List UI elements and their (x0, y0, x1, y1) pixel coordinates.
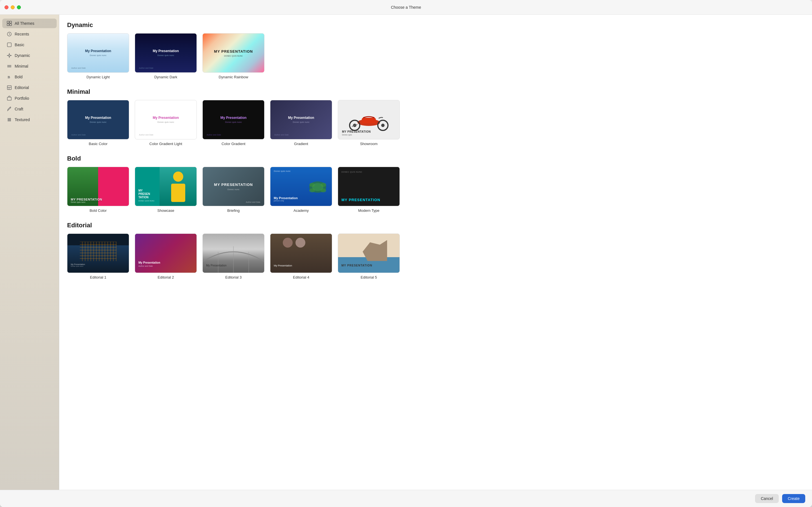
sidebar-label-editorial: Editorial (15, 86, 29, 90)
svg-rect-3 (10, 24, 11, 25)
svg-rect-1 (10, 21, 11, 23)
svg-point-37 (312, 183, 323, 191)
svg-rect-0 (7, 21, 9, 23)
sidebar-item-all-themes[interactable]: All Themes (2, 18, 57, 28)
theme-thumbnail-color-gradient-light: My Presentation Donec quis nunc Author a… (135, 100, 197, 139)
sidebar-label-dynamic: Dynamic (15, 53, 30, 58)
theme-card-editorial2[interactable]: My Presentation Author and Date Editoria… (135, 233, 197, 279)
sidebar-label-minimal: Minimal (15, 64, 28, 68)
sidebar-label-portfolio: Portfolio (15, 96, 29, 101)
modern-type-text: DONEC QUIS NUNC (342, 171, 362, 173)
grid-icon (7, 21, 12, 26)
svg-rect-5 (7, 43, 11, 47)
theme-thumbnail-color-gradient: My Presentation Donec quis nunc Author a… (202, 100, 264, 139)
theme-card-color-gradient-light[interactable]: My Presentation Donec quis nunc Author a… (135, 100, 197, 146)
sidebar: All Themes Recents Ba (0, 15, 59, 490)
sidebar-item-craft[interactable]: Craft (2, 104, 57, 114)
theme-label-editorial3: Editorial 3 (225, 275, 242, 279)
motorcycle-svg (346, 107, 391, 132)
pres-author: Author and Date (71, 134, 86, 136)
theme-thumbnail-editorial2: My Presentation Author and Date (135, 233, 197, 273)
theme-thumbnail-editorial4: My Presentation (270, 233, 332, 273)
sidebar-item-editorial[interactable]: Editorial (2, 83, 57, 93)
theme-card-dynamic-dark[interactable]: My Presentation Donec quis nunc Author a… (135, 33, 197, 79)
theme-label-basic-color: Basic Color (89, 142, 107, 146)
theme-label-editorial2: Editorial 2 (158, 275, 174, 279)
clock-icon (7, 32, 12, 37)
pres-overlay: My Presentation Donec quis nunc (70, 116, 126, 123)
theme-card-dynamic-light[interactable]: My Presentation Donec quis nunc Author a… (67, 33, 129, 79)
briefing-bottom: Author and Data (246, 201, 260, 203)
svg-point-18 (8, 119, 8, 120)
maximize-button[interactable] (17, 5, 21, 9)
pres-subtitle: Donec quis nunc (138, 54, 193, 57)
portfolio-icon (7, 96, 12, 101)
sidebar-item-minimal[interactable]: Minimal (2, 61, 57, 71)
pres-overlay: My Presentation Donec quis nunc (138, 49, 193, 57)
theme-card-modern-type[interactable]: DONEC QUIS NUNC MY PRESENTATION Modern T… (338, 167, 400, 213)
theme-card-editorial3[interactable]: My Presentation Editorial 3 (202, 233, 264, 279)
section-title-editorial: Editorial (67, 222, 804, 229)
theme-card-basic-color[interactable]: My Presentation Donec quis nunc Author a… (67, 100, 129, 146)
sidebar-item-dynamic[interactable]: Dynamic (2, 51, 57, 60)
content-area: All Themes Recents Ba (0, 15, 812, 490)
theme-card-gradient[interactable]: My Presentation Donec quis nunc Author a… (270, 100, 332, 146)
theme-card-bold-color[interactable]: MY PRESENTATION Donec quis nunc Bold Col… (67, 167, 129, 213)
theme-label-color-gradient-light: Color Gradient Light (149, 142, 182, 146)
square-icon (7, 42, 12, 47)
theme-label-color-gradient: Color Gradient (221, 142, 246, 146)
sidebar-item-textured[interactable]: Textured (2, 115, 57, 124)
sidebar-label-all-themes: All Themes (15, 21, 35, 25)
theme-thumbnail-editorial3: My Presentation (202, 233, 264, 273)
sidebar-item-bold[interactable]: B Bold (2, 72, 57, 82)
pres-subtitle: Donec quis nunc (70, 54, 126, 57)
theme-thumbnail-dynamic-rainbow: MY PRESENTATION DONEC QUIS NUNC (202, 33, 264, 73)
theme-card-showcase[interactable]: MYPRESENTATION DONEC QUIS NUNC Showcase (135, 167, 197, 213)
pres-title: MY PRESENTATION (206, 49, 261, 54)
theme-label-modern-type: Modern Type (358, 209, 379, 213)
sidebar-label-bold: Bold (15, 75, 22, 79)
minimize-button[interactable] (11, 5, 15, 9)
section-title-minimal: Minimal (67, 88, 804, 96)
svg-point-22 (9, 121, 10, 121)
theme-card-editorial1[interactable]: My Presentation Donec quis nunc Editoria… (67, 233, 129, 279)
modern-type-main: MY PRESENTATION (342, 198, 396, 202)
app-window: Choose a Theme All Themes (0, 0, 812, 507)
themes-grid-bold: MY PRESENTATION Donec quis nunc Bold Col… (67, 167, 804, 213)
editorial3-text: My Presentation (206, 264, 226, 267)
theme-card-editorial5[interactable]: MY PRESENTATION Editorial 5 (338, 233, 400, 279)
create-button[interactable]: Create (782, 494, 805, 503)
cancel-button[interactable]: Cancel (755, 494, 779, 503)
pres-overlay: My Presentation Donec quis nunc (273, 116, 329, 123)
footer: Cancel Create (0, 490, 812, 507)
theme-card-briefing[interactable]: MY PRESENTATION Donec nunc Author and Da… (202, 167, 264, 213)
theme-card-editorial4[interactable]: My Presentation Editorial 4 (270, 233, 332, 279)
svg-rect-10 (7, 86, 11, 90)
pres-subtitle: Donec quis nunc (138, 121, 193, 124)
theme-label-showroom: Showroom (360, 142, 377, 146)
section-dynamic: Dynamic My Presentation Donec quis nunc … (67, 21, 804, 79)
sidebar-item-basic[interactable]: Basic (2, 40, 57, 50)
section-bold: Bold MY PRESENTATION Donec quis nunc (67, 155, 804, 213)
theme-card-academy[interactable]: Donec quis nunc My Presentation person o… (270, 167, 332, 213)
svg-point-23 (10, 121, 11, 121)
theme-card-showroom[interactable]: MY PRESENTATION Donec quis Showroom (338, 100, 400, 146)
theme-label-gradient: Gradient (294, 142, 308, 146)
theme-card-dynamic-rainbow[interactable]: MY PRESENTATION DONEC QUIS NUNC Dynamic … (202, 33, 264, 79)
theme-card-color-gradient[interactable]: My Presentation Donec quis nunc Author a… (202, 100, 264, 146)
close-button[interactable] (4, 5, 8, 9)
editorial2-text: My Presentation Author and Date (139, 261, 160, 267)
window-title: Choose a Theme (391, 5, 421, 10)
theme-label-academy: Academy (294, 209, 309, 213)
pres-author: Author and Date (274, 134, 289, 136)
editorial5-text: MY PRESENTATION (342, 264, 372, 267)
face-shapes (283, 238, 305, 247)
sidebar-item-portfolio[interactable]: Portfolio (2, 94, 57, 103)
titlebar: Choose a Theme (0, 0, 812, 15)
theme-label-editorial4: Editorial 4 (293, 275, 309, 279)
sidebar-item-recents[interactable]: Recents (2, 29, 57, 39)
minus-icon (7, 64, 12, 69)
pres-title: My Presentation (70, 49, 126, 53)
svg-point-30 (173, 172, 183, 182)
texture-icon (7, 117, 12, 122)
